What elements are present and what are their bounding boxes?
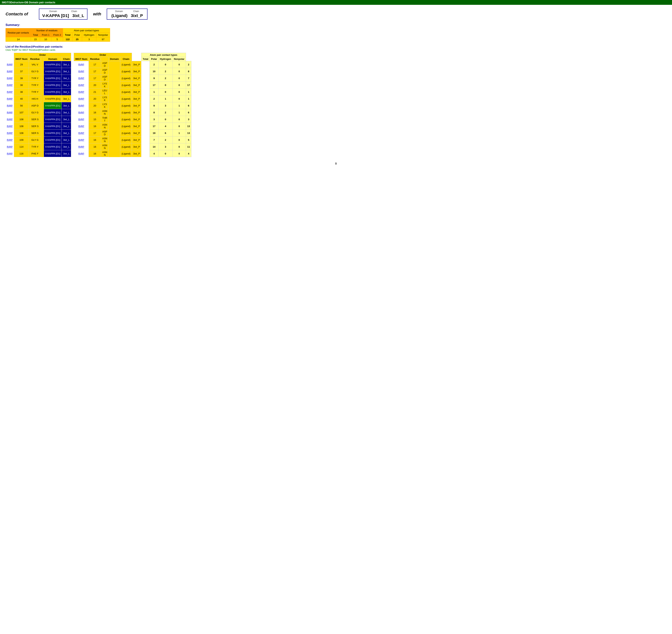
atom-total: 9 bbox=[150, 75, 159, 82]
spacer3 bbox=[71, 57, 74, 61]
rap2-link[interactable]: R@P bbox=[78, 125, 84, 128]
residue2: ASN N bbox=[101, 137, 109, 143]
chain1: 3ixt_L bbox=[62, 89, 71, 95]
domain2-chain-value: 3ixt_P bbox=[131, 13, 143, 18]
imgt-num2: 20 bbox=[89, 82, 101, 89]
domain1: V-KAPPA [D1] bbox=[44, 130, 62, 137]
imgt-num1: 38 bbox=[14, 89, 29, 95]
rap2-link[interactable]: R@P bbox=[78, 91, 84, 93]
residue2: ASP D bbox=[101, 130, 109, 137]
rap2-link[interactable]: R@P bbox=[78, 84, 84, 87]
summary-total2-header: Total bbox=[63, 33, 72, 37]
atom-total: 2 bbox=[150, 61, 159, 68]
rap1-link[interactable]: R@P bbox=[7, 70, 13, 73]
rap1-link[interactable]: R@P bbox=[7, 84, 13, 87]
table-row: R@P29VAL VV-KAPPA [D1]3ixt_LR@P17ASP D(L… bbox=[5, 61, 191, 68]
domain2-header-row: Domain Chain bbox=[110, 10, 144, 13]
atom-hydrogen: 0 bbox=[172, 95, 186, 102]
domain2: (Ligand) bbox=[120, 61, 132, 68]
domain2: (Ligand) bbox=[120, 130, 132, 137]
rap2-link[interactable]: R@P bbox=[78, 132, 84, 135]
contacts-of-section: Contacts of Domain Chain V-KAPPA [D1] 3i… bbox=[0, 5, 672, 22]
imgt-num2: 16 bbox=[89, 143, 101, 150]
rap1-link[interactable]: R@P bbox=[7, 132, 13, 135]
summary-nonpolar-header: Nonpolar bbox=[96, 33, 110, 37]
summary-atom-pair-header: Atom pair contact types bbox=[63, 28, 110, 33]
with-label: with bbox=[91, 12, 103, 17]
table-row: R@P114TYR YV-KAPPA [D1]3ixt_LR@P16ASN N(… bbox=[5, 143, 191, 150]
domain2: (Ligand) bbox=[120, 75, 132, 82]
summary-hydrogen-data: 3 bbox=[82, 37, 96, 42]
rap2-link[interactable]: R@P bbox=[78, 63, 84, 66]
table-row: R@P38TYR YV-KAPPA [D1]3ixt_LR@P17ASP D(L… bbox=[5, 75, 191, 82]
chain1: 3ixt_L bbox=[62, 95, 71, 102]
residue2: ASN N bbox=[101, 150, 109, 157]
chain2: 3ixt_P bbox=[132, 143, 141, 150]
atom-polar: 2 bbox=[159, 109, 172, 116]
atom-total: 17 bbox=[150, 82, 159, 89]
chain2: 3ixt_P bbox=[132, 137, 141, 143]
rap1-link[interactable]: R@P bbox=[7, 63, 13, 66]
rap1-link[interactable]: R@P bbox=[7, 145, 13, 148]
rap2-link[interactable]: R@P bbox=[78, 104, 84, 107]
header-bar: IMGT/3Dstructure-DB Domain pair contacts bbox=[0, 0, 672, 5]
domain1: V-KAPPA [D1] bbox=[44, 61, 62, 68]
atom-hydrogen: 1 bbox=[172, 109, 186, 116]
list-title: List of the Residue@Position pair contac… bbox=[5, 45, 667, 48]
domain2-domain-value: (Ligand) bbox=[111, 13, 127, 18]
chain2: 3ixt_P bbox=[132, 116, 141, 123]
rap1-link[interactable]: R@P bbox=[7, 111, 13, 114]
atom-nonpolar: 13 bbox=[186, 123, 191, 130]
imgt-num2: 17 bbox=[89, 130, 101, 137]
rap2-link[interactable]: R@P bbox=[78, 139, 84, 141]
rap1-link[interactable]: R@P bbox=[7, 104, 13, 107]
rap1-link[interactable]: R@P bbox=[7, 91, 13, 93]
residue1: HIS H bbox=[29, 95, 41, 102]
imgt-num2: 17 bbox=[89, 75, 101, 82]
rap1-link[interactable]: R@P bbox=[7, 77, 13, 80]
summary-residue-pair-data: 14 bbox=[6, 37, 31, 42]
residue2: THR T bbox=[101, 116, 109, 123]
rap2-link[interactable]: R@P bbox=[78, 77, 84, 80]
atom-nonpolar: 1 bbox=[186, 89, 191, 95]
chain2: 3ixt_P bbox=[132, 150, 141, 157]
atom-hydrogen: 1 bbox=[172, 102, 186, 109]
rap2-link[interactable]: R@P bbox=[78, 118, 84, 121]
summary-table: Residue pair contacts Number of residues… bbox=[5, 28, 110, 42]
atom-nonpolar: 2 bbox=[186, 61, 191, 68]
rap1-link[interactable]: R@P bbox=[7, 139, 13, 141]
atom-total: 14 bbox=[150, 143, 159, 150]
atom-total: 17 bbox=[150, 123, 159, 130]
spacer1 bbox=[71, 53, 74, 57]
rap2-link[interactable]: R@P bbox=[78, 97, 84, 100]
rap2-link[interactable]: R@P bbox=[78, 111, 84, 114]
domain1: V-KAPPA [D1] bbox=[44, 123, 62, 130]
imgt-num1: 116 bbox=[14, 150, 29, 157]
atom-total: 1 bbox=[150, 89, 159, 95]
chain2: 3ixt_P bbox=[132, 109, 141, 116]
g1-chain-header: Chain bbox=[62, 57, 71, 61]
summary-residue-pair-header: Residue pair contacts bbox=[6, 28, 31, 37]
rap2-link[interactable]: R@P bbox=[78, 70, 84, 73]
atom-nonpolar: 6 bbox=[186, 102, 191, 109]
atom-polar: 4 bbox=[159, 123, 172, 130]
rap2-link[interactable]: R@P bbox=[78, 152, 84, 155]
rap1-link[interactable]: R@P bbox=[7, 125, 13, 128]
domain1: V-KAPPA [D1] bbox=[44, 95, 62, 102]
atom-total: 4 bbox=[150, 150, 159, 157]
residue1: TYR Y bbox=[29, 143, 41, 150]
imgt-num1: 109 bbox=[14, 137, 29, 143]
spacer2 bbox=[132, 53, 141, 57]
atom-polar: 2 bbox=[159, 68, 172, 75]
imgt-num1: 56 bbox=[14, 102, 29, 109]
domain1: V-KAPPA [D1] bbox=[44, 75, 62, 82]
rap1-link[interactable]: R@P bbox=[7, 118, 13, 121]
chain1: 3ixt_L bbox=[62, 82, 71, 89]
rap1-link[interactable]: R@P bbox=[7, 152, 13, 155]
domain2-value-row: (Ligand) 3ixt_P bbox=[110, 13, 144, 18]
atom-polar-header: Polar bbox=[150, 57, 159, 61]
rap2-link[interactable]: R@P bbox=[78, 145, 84, 148]
table-row: R@P109GLY GV-KAPPA [D1]3ixt_LR@P16ASN N(… bbox=[5, 137, 191, 143]
chain2: 3ixt_P bbox=[132, 82, 141, 89]
rap1-link[interactable]: R@P bbox=[7, 97, 13, 100]
